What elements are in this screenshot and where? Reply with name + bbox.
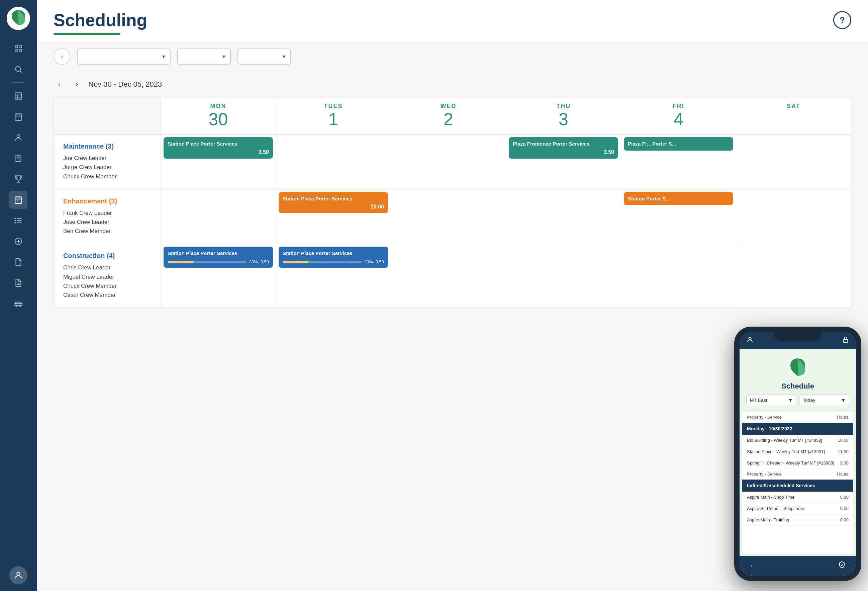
maintenance-person-3: Chuck Crew Member bbox=[63, 172, 151, 181]
phone-lock-icon bbox=[842, 336, 849, 345]
svg-rect-4 bbox=[19, 49, 22, 52]
item-hours-1: 10.58 bbox=[838, 438, 849, 443]
phone-date-header: Monday - 10/30/2032 bbox=[742, 423, 853, 435]
user-avatar[interactable] bbox=[9, 566, 27, 584]
sidebar-icon-file[interactable] bbox=[9, 274, 27, 292]
progress-hours: 3.50 bbox=[376, 259, 384, 264]
phone-select-date[interactable]: Today ▼ bbox=[799, 394, 849, 406]
item-name-3: SpringHill Chester - Weekly Turf MT [#13… bbox=[747, 461, 840, 465]
progress-label: 33% bbox=[364, 259, 373, 264]
day-number-wed: 2 bbox=[394, 110, 502, 129]
maintenance-person-2: Jorge Crew Leader bbox=[63, 163, 151, 172]
sidebar-icon-grid[interactable] bbox=[9, 40, 27, 58]
maintenance-mon-event[interactable]: Station Place Porter Services 3.50 bbox=[164, 137, 273, 159]
enhancement-fri-event[interactable]: Station Porter S... bbox=[624, 192, 733, 205]
construction-tues-event[interactable]: Station Place Porter Services 33% 3.50 bbox=[279, 247, 388, 268]
item-hours-3: 9.30 bbox=[840, 461, 849, 465]
sidebar-icon-trophy[interactable] bbox=[9, 170, 27, 188]
sidebar-icon-vehicle[interactable] bbox=[9, 294, 27, 313]
phone-logo bbox=[786, 356, 809, 379]
filter-select-1[interactable] bbox=[77, 49, 171, 65]
event-progress: 33% 3.50 bbox=[283, 259, 384, 264]
construction-person-3: Chuck Crew Member bbox=[63, 281, 151, 291]
event-title: Station Place Porter Services bbox=[283, 250, 384, 257]
calendar-corner bbox=[54, 98, 161, 134]
progress-bar-bg bbox=[283, 261, 362, 263]
phone-app-header: Schedule MT East ▼ Today ▼ bbox=[740, 349, 856, 409]
svg-point-38 bbox=[17, 572, 20, 575]
phone-col-property-2: Property - Service bbox=[747, 471, 782, 477]
calendar-col-mon: MON 30 bbox=[161, 98, 276, 134]
maintenance-mon-cell: Station Place Porter Services 3.50 bbox=[161, 134, 276, 189]
sidebar-icon-person[interactable] bbox=[9, 129, 27, 146]
progress-bar-fill bbox=[283, 261, 309, 263]
svg-point-29 bbox=[15, 222, 15, 223]
phone-chevron-down-icon: ▼ bbox=[788, 397, 793, 403]
filter-select-2[interactable] bbox=[177, 49, 231, 65]
construction-mon-event[interactable]: Station Place Porter Services 33% 3.50 bbox=[164, 247, 273, 268]
phone-indirect-item-2[interactable]: Aspire St. Peters - Shop Time 0.00 bbox=[742, 503, 853, 514]
enhancement-wed-cell bbox=[391, 189, 506, 244]
enhancement-person-1: Frank Crew Leader bbox=[63, 208, 151, 217]
page-header: Scheduling ? bbox=[37, 0, 868, 41]
construction-wed-cell bbox=[391, 244, 506, 308]
svg-point-39 bbox=[748, 337, 751, 340]
phone-select-area[interactable]: MT East ▼ bbox=[746, 394, 796, 406]
phone-selects: MT East ▼ Today ▼ bbox=[746, 394, 849, 406]
maintenance-tues-cell bbox=[276, 134, 391, 189]
sidebar-icon-calendar[interactable] bbox=[9, 108, 27, 126]
phone-back-icon[interactable]: ← bbox=[750, 561, 757, 570]
filter-select-3[interactable] bbox=[238, 49, 291, 65]
event-title: Station Place Porter Services bbox=[168, 250, 269, 257]
phone-mockup: Schedule MT East ▼ Today ▼ Property - Se… bbox=[734, 327, 861, 581]
date-navigation: ‹ › Nov 30 - Dec 05, 2023 bbox=[37, 72, 868, 97]
collapse-button[interactable]: › bbox=[53, 48, 70, 65]
phone-col-header: Property - Service Hours bbox=[742, 412, 853, 423]
phone-indirect-item-3[interactable]: Aspire Main - Training 0.00 bbox=[742, 514, 853, 526]
maintenance-thu-cell: Plaza Frontenac Porter Services 3.50 bbox=[506, 134, 621, 189]
sidebar-icon-search[interactable] bbox=[9, 60, 27, 78]
construction-person-2: Miguel Crew Leader bbox=[63, 272, 151, 281]
phone-scheduled-items: Bio Building - Weekly Turf MT [#14858] 1… bbox=[742, 435, 853, 469]
svg-point-28 bbox=[15, 220, 15, 221]
phone-indirect-items: Aspire Main - Shop Time 0.00 Aspire St. … bbox=[742, 492, 853, 526]
indirect-hours-1: 0.00 bbox=[840, 495, 849, 499]
phone-list-item-1[interactable]: Bio Building - Weekly Turf MT [#14858] 1… bbox=[742, 435, 853, 446]
event-hours: 3.50 bbox=[168, 149, 269, 155]
phone-list-item-2[interactable]: Station Place - Weekly Turf MT [#13901] … bbox=[742, 446, 853, 458]
calendar-col-wed: WED 2 bbox=[391, 98, 506, 134]
next-week-button[interactable]: › bbox=[71, 78, 83, 90]
indirect-name-1: Aspire Main - Shop Time bbox=[747, 495, 840, 499]
event-title: Station Place Porter Services bbox=[283, 195, 384, 202]
item-name-2: Station Place - Weekly Turf MT [#13901] bbox=[747, 449, 838, 454]
sidebar-icon-table[interactable] bbox=[9, 87, 27, 105]
sidebar-icon-schedule[interactable] bbox=[9, 191, 27, 209]
event-title: Plaza Frontenac Porter Services bbox=[513, 140, 614, 147]
maintenance-fri-event[interactable]: Plaza Fr... Porter S... bbox=[624, 137, 733, 151]
sidebar-icon-clipboard[interactable] bbox=[9, 149, 27, 167]
app-logo bbox=[7, 7, 30, 30]
phone-inner: Schedule MT East ▼ Today ▼ Property - Se… bbox=[740, 332, 856, 576]
event-title: Station Porter S... bbox=[628, 195, 729, 202]
maintenance-thu-event[interactable]: Plaza Frontenac Porter Services 3.50 bbox=[509, 137, 618, 159]
day-number-tues: 1 bbox=[279, 110, 387, 129]
day-number-mon: 30 bbox=[164, 110, 272, 129]
prev-week-button[interactable]: ‹ bbox=[53, 78, 66, 90]
maintenance-fri-cell: Plaza Fr... Porter S... bbox=[621, 134, 736, 189]
enhancement-tues-event[interactable]: Station Place Porter Services 20.00 bbox=[279, 192, 388, 214]
phone-list-item-3[interactable]: SpringHill Chester - Weekly Turf MT [#13… bbox=[742, 458, 853, 469]
progress-bar-fill bbox=[168, 261, 194, 263]
enhancement-tues-cell: Station Place Porter Services 20.00 bbox=[276, 189, 391, 244]
help-button[interactable]: ? bbox=[833, 11, 851, 29]
svg-rect-1 bbox=[15, 45, 18, 48]
phone-notch bbox=[774, 332, 821, 341]
sidebar-icon-doc[interactable] bbox=[9, 253, 27, 271]
calendar-col-thu: THU 3 bbox=[506, 98, 621, 134]
calendar-col-fri: FRI 4 bbox=[621, 98, 736, 134]
phone-indirect-item-1[interactable]: Aspire Main - Shop Time 0.00 bbox=[742, 492, 853, 503]
row-label-enhancement: Enhancement (3) Frank Crew Leader Jose C… bbox=[54, 189, 161, 244]
phone-shield-icon[interactable] bbox=[838, 561, 846, 571]
sidebar-icon-list[interactable] bbox=[9, 211, 27, 230]
sidebar-icon-plus-circle[interactable] bbox=[9, 232, 27, 250]
construction-person-4: Cesar Crew Member bbox=[63, 291, 151, 300]
